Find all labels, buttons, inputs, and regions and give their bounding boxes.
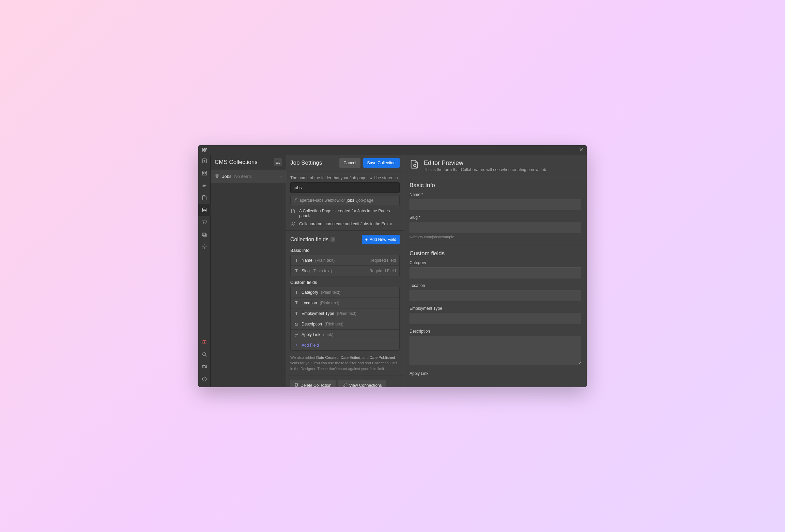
add-element-icon[interactable] [198,155,211,167]
navigator-icon[interactable] [198,179,211,192]
pages-icon[interactable] [198,192,211,204]
add-new-field-button[interactable]: + Add New Field [362,235,400,244]
add-field-row[interactable]: + Add Field [291,340,399,350]
plus-icon: + [365,237,368,242]
add-collection-button[interactable] [274,158,282,166]
text-icon: T [294,311,299,316]
basic-info-label: Basic info [290,248,400,253]
help-icon[interactable] [198,373,211,385]
url-preview: aperture-labs.webflow.io/jobs/job-page [290,196,400,205]
titlebar: ✕ [198,145,587,155]
preview-subtitle: This is the form that Collaborators will… [424,167,546,172]
save-collection-button[interactable]: Save Collection [363,158,400,168]
footnote: We also added Date Created, Date Edited,… [290,355,400,372]
svg-point-7 [202,352,205,355]
collaborators-icon [290,222,296,226]
field-row[interactable]: T Name (Plain text) Required Field [291,255,399,266]
preview-title: Editor Preview [424,159,546,167]
basic-fields-list: T Name (Plain text) Required Field T Slu… [290,255,400,276]
text-icon: T [294,269,299,273]
components-icon[interactable] [198,167,211,179]
field-row[interactable]: T Location (Plain text) [291,298,399,308]
view-connections-button[interactable]: View Connections [338,380,386,387]
cms-icon[interactable] [198,204,211,216]
svg-rect-11 [295,323,296,324]
svg-rect-6 [204,341,205,343]
apply-link-label: Apply Link [410,371,581,376]
field-row[interactable]: T Category (Plain text) [291,287,399,298]
collection-name: Jobs [222,174,231,179]
help-badge-icon[interactable]: ? [330,237,335,242]
collection-fields-title: Collection fields ? [290,237,335,243]
name-label: Name * [410,192,581,197]
slug-label: Slug * [410,215,581,220]
stack-icon [215,173,219,179]
collection-item-jobs[interactable]: Jobs No items › [211,170,286,183]
plus-icon: + [294,343,299,348]
settings-icon[interactable] [198,241,211,253]
link-icon [294,198,297,203]
close-icon[interactable]: ✕ [579,147,583,153]
webflow-logo [202,148,207,152]
description-input[interactable] [410,336,581,365]
collection-meta: No items [234,174,251,179]
folder-label: The name of the folder that your Job pag… [290,176,400,180]
svg-point-12 [414,164,416,167]
category-input[interactable] [410,267,581,278]
cancel-button[interactable]: Cancel [339,158,360,168]
category-label: Category [410,260,581,265]
app-window: ✕ CMS Collections [198,145,587,387]
preview-basic-info-title: Basic Info [410,182,581,189]
field-row[interactable]: Description (Rich text) [291,319,399,330]
text-icon: T [294,258,299,263]
description-label: Description [410,329,581,334]
connections-icon [342,383,347,387]
assets-icon[interactable] [198,228,211,241]
field-row[interactable]: Apply Link (Link) [291,330,399,340]
svg-point-10 [292,222,293,224]
info-text-1: A Collection Page is created for Jobs in… [299,209,400,218]
svg-rect-8 [202,365,205,368]
delete-collection-button[interactable]: Delete Collection [290,380,336,387]
collections-panel: CMS Collections Jobs No items › [211,155,286,387]
preview-panel: Editor Preview This is the form that Col… [404,155,587,387]
svg-rect-3 [203,234,206,237]
video-icon[interactable] [198,361,211,373]
link-icon [294,333,299,337]
search-icon[interactable] [198,348,211,361]
svg-point-1 [202,208,206,209]
preview-icon [410,159,419,170]
trash-icon [294,383,298,387]
settings-panel: Job Settings Cancel Save Collection The … [286,155,404,387]
slug-input-preview[interactable] [410,222,581,233]
preview-custom-fields-title: Custom fields [410,250,581,257]
left-rail [198,155,211,387]
svg-rect-2 [202,233,205,235]
richtext-icon [294,322,299,326]
ecommerce-icon[interactable] [198,216,211,228]
page-icon [290,209,296,213]
text-icon: T [294,301,299,305]
employment-input[interactable] [410,313,581,324]
svg-point-4 [204,246,205,247]
settings-title: Job Settings [290,159,337,166]
collections-title: CMS Collections [215,159,258,166]
audit-icon[interactable] [198,336,211,348]
text-icon: T [294,290,299,295]
location-input[interactable] [410,290,581,301]
chevron-right-icon: › [280,174,282,179]
name-input[interactable] [410,199,581,210]
slug-hint: webflow.com/jobs/example [410,235,581,239]
field-row[interactable]: T Slug (Plain text) Required Field [291,266,399,276]
slug-input[interactable] [290,182,400,193]
custom-fields-list: T Category (Plain text) T Location (Plai… [290,287,400,351]
info-text-2: Collaborators can create and edit Jobs i… [299,222,393,226]
location-label: Location [410,283,581,288]
field-row[interactable]: T Employment Type (Plain text) [291,308,399,319]
custom-fields-label: Custom fields [290,280,400,285]
employment-label: Employment Type [410,306,581,311]
